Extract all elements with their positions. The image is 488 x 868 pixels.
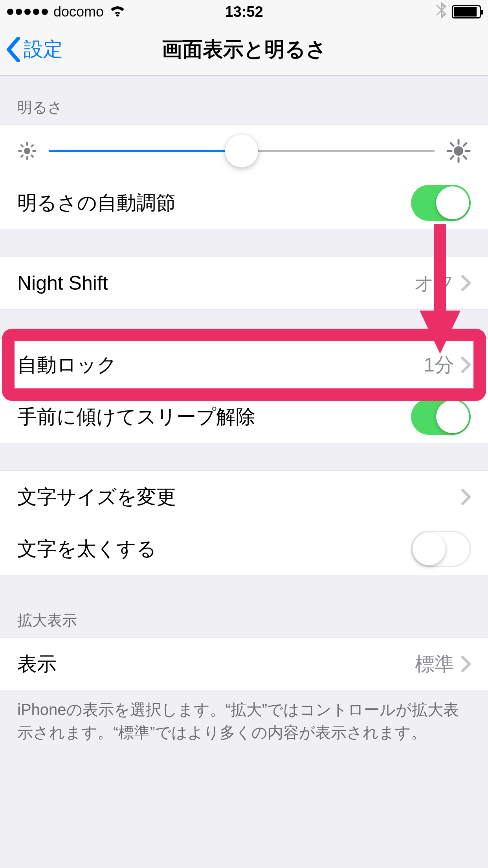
brightness-group: 明るさの自動調節: [0, 125, 488, 229]
view-value: 標準: [415, 651, 454, 677]
status-left: docomo: [7, 4, 126, 20]
bold-text-toggle[interactable]: [411, 531, 471, 567]
svg-line-6: [31, 155, 33, 157]
battery-icon: [452, 5, 481, 18]
raise-to-wake-row: 手前に傾けてスリープ解除: [0, 391, 488, 443]
back-button[interactable]: 設定: [0, 36, 63, 63]
brightness-slider-thumb[interactable]: [225, 134, 258, 167]
brightness-slider-row: [0, 125, 488, 177]
auto-brightness-row: 明るさの自動調節: [0, 177, 488, 229]
brightness-slider[interactable]: [49, 150, 435, 152]
svg-line-8: [31, 145, 33, 147]
nav-bar: 設定 画面表示と明るさ: [0, 24, 488, 75]
signal-strength-icon: [7, 9, 48, 15]
bluetooth-icon: [436, 2, 446, 22]
chevron-left-icon: [6, 37, 20, 62]
night-shift-row[interactable]: Night Shift オフ: [0, 257, 488, 309]
view-row[interactable]: 表示 標準: [0, 638, 488, 690]
text-size-label: 文字サイズを変更: [17, 484, 461, 510]
svg-line-7: [21, 155, 23, 157]
night-shift-value: オフ: [414, 270, 454, 296]
lock-group: 自動ロック 1分 手前に傾けてスリープ解除: [0, 338, 488, 443]
carrier-label: docomo: [53, 4, 104, 20]
svg-point-9: [454, 146, 463, 156]
raise-to-wake-label: 手前に傾けてスリープ解除: [17, 404, 411, 430]
text-size-row[interactable]: 文字サイズを変更: [0, 471, 488, 523]
status-right: [436, 2, 481, 22]
auto-lock-row[interactable]: 自動ロック 1分: [0, 339, 488, 391]
auto-brightness-toggle[interactable]: [411, 185, 471, 221]
chevron-right-icon: [461, 275, 471, 291]
page-title: 画面表示と明るさ: [162, 36, 327, 63]
status-bar: docomo 13:52: [0, 0, 488, 24]
svg-line-17: [464, 143, 466, 146]
svg-line-16: [451, 156, 453, 159]
wifi-icon: [109, 4, 126, 20]
text-group: 文字サイズを変更 文字を太くする: [0, 471, 488, 575]
zoom-group: 表示 標準: [0, 638, 488, 690]
svg-line-14: [451, 143, 453, 146]
chevron-right-icon: [461, 489, 471, 505]
svg-point-0: [24, 148, 30, 154]
bold-text-label: 文字を太くする: [17, 536, 411, 562]
raise-to-wake-toggle[interactable]: [411, 399, 471, 435]
section-header-brightness: 明るさ: [0, 75, 488, 125]
night-shift-label: Night Shift: [17, 272, 414, 294]
status-time: 13:52: [225, 4, 263, 20]
view-label: 表示: [17, 651, 415, 677]
back-label: 設定: [24, 36, 63, 63]
chevron-right-icon: [461, 656, 471, 672]
auto-lock-label: 自動ロック: [17, 352, 424, 378]
night-shift-group: Night Shift オフ: [0, 257, 488, 309]
chevron-right-icon: [461, 357, 471, 373]
brightness-low-icon: [17, 141, 37, 161]
section-header-zoom: 拡大表示: [0, 575, 488, 638]
zoom-footer: iPhoneの表示を選択します。“拡大”ではコントロールが拡大表示されます。“標…: [0, 690, 488, 760]
svg-line-5: [21, 145, 23, 147]
auto-brightness-label: 明るさの自動調節: [17, 190, 411, 216]
brightness-high-icon: [446, 139, 471, 163]
svg-line-15: [464, 156, 466, 159]
auto-lock-value: 1分: [424, 352, 454, 378]
bold-text-row: 文字を太くする: [0, 523, 488, 575]
